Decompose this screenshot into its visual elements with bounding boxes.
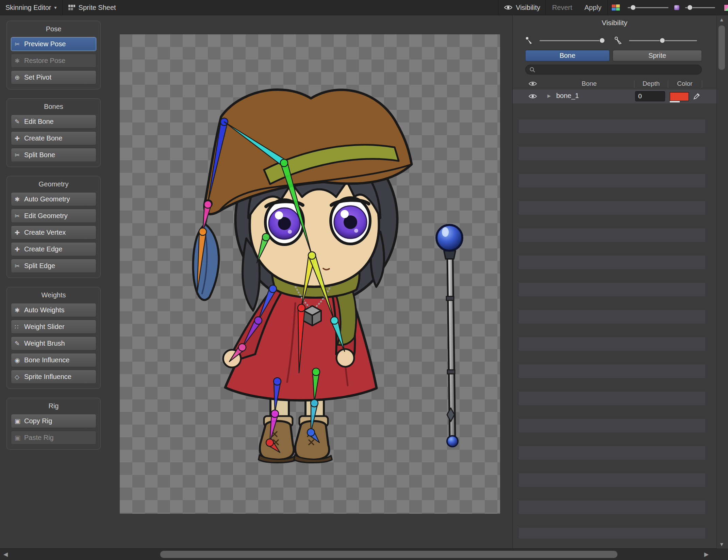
slider-thumb[interactable]: [599, 38, 605, 43]
bone-color-swatch[interactable]: [670, 92, 689, 101]
horizontal-scrollbar[interactable]: ◀ ▶: [0, 548, 728, 560]
search-field[interactable]: [525, 65, 702, 75]
bone-joint-arm-r[interactable]: [331, 317, 338, 324]
scroll-right-arrow-icon[interactable]: ▶: [704, 551, 709, 558]
skinning-editor-dropdown[interactable]: Skinning Editor ▾: [0, 0, 62, 15]
bone-joint-arm-l-2[interactable]: [254, 317, 262, 324]
split-bone-button[interactable]: ✂Split Bone: [11, 148, 96, 162]
button-label: Edit Geometry: [24, 212, 68, 220]
auto-geometry-button[interactable]: ✱Auto Geometry: [11, 192, 96, 206]
bone-joint-torso[interactable]: [298, 304, 305, 312]
create-bone-button[interactable]: ✚Create Bone: [11, 131, 96, 145]
bone-gizmo-leg-r-1[interactable]: [313, 372, 319, 402]
button-label: Split Edge: [24, 262, 55, 270]
restore-pose-button[interactable]: ✱Restore Pose: [11, 54, 96, 68]
revert-button[interactable]: Revert: [546, 0, 578, 15]
bone-display-sliders: [513, 36, 716, 47]
bone-outline-icon: [614, 36, 623, 45]
copy-rig-button[interactable]: ▣Copy Rig: [11, 414, 96, 428]
depth-input[interactable]: [635, 91, 665, 101]
bone-joint-ornament-1[interactable]: [204, 201, 212, 208]
create-vertex-button[interactable]: ✚Create Vertex: [11, 226, 96, 240]
row-visibility-eye-icon[interactable]: [528, 93, 537, 99]
bone-influence-button[interactable]: ◉Bone Influence: [11, 353, 96, 367]
bone-joint-shoulder-l[interactable]: [262, 233, 270, 241]
expand-arrow-icon[interactable]: ▸: [547, 92, 551, 100]
tool-group-weights: Weights✱Auto Weights∷Weight Slider✎Weigh…: [6, 287, 101, 389]
edit-geometry-button[interactable]: ✂Edit Geometry: [11, 209, 96, 223]
bone-joint-leg-l-1[interactable]: [274, 378, 281, 385]
scroll-left-arrow-icon[interactable]: ◀: [3, 551, 8, 558]
bone-gizmo-leg-l-1[interactable]: [274, 381, 281, 413]
overlay-color-icon[interactable]: [674, 5, 680, 11]
tab-sprite[interactable]: Sprite: [613, 50, 702, 61]
preview-pose-button[interactable]: ✂Preview Pose: [11, 37, 96, 51]
tab-bone[interactable]: Bone: [525, 50, 610, 61]
auto-weights-icon: ✱: [15, 307, 24, 314]
visibility-panel: Visibility Bone Sprite Bone Depth Color …: [512, 15, 716, 548]
weight-brush-button[interactable]: ✎Weight Brush: [11, 336, 96, 350]
split-edge-button[interactable]: ✂Split Edge: [11, 259, 96, 273]
group-title-weights: Weights: [11, 291, 96, 299]
weight-slider-button[interactable]: ∷Weight Slider: [11, 320, 96, 334]
bone-joint-arm-l-1[interactable]: [269, 285, 277, 293]
button-label: Set Pivot: [24, 73, 51, 81]
sprite-influence-icon: ◇: [15, 373, 24, 381]
sprite-canvas[interactable]: [120, 34, 500, 514]
search-input[interactable]: [538, 66, 698, 73]
color-swatch-icon[interactable]: [611, 4, 620, 11]
weight-brush-icon: ✎: [15, 340, 24, 347]
table-row-bone-1[interactable]: ▸bone_1: [513, 89, 716, 103]
restore-pose-icon: ✱: [15, 57, 24, 65]
edit-geometry-icon: ✂: [15, 212, 24, 220]
bone-size-slider[interactable]: [540, 40, 604, 41]
edit-bone-button[interactable]: ✎Edit Bone: [11, 115, 96, 129]
bone-gizmo-hat-tip[interactable]: [208, 121, 228, 203]
set-pivot-button[interactable]: ⊕Set Pivot: [11, 70, 96, 84]
sprite-influence-button[interactable]: ◇Sprite Influence: [11, 370, 96, 384]
header-bone: Bone: [567, 80, 611, 87]
eyedropper-icon[interactable]: [693, 93, 700, 100]
bone-joint-leg-l-2[interactable]: [271, 410, 279, 417]
bone-filled-icon: [525, 36, 534, 45]
scroll-up-arrow-icon[interactable]: ▲: [717, 17, 727, 22]
bone-joint-hand-l[interactable]: [238, 344, 246, 351]
button-label: Create Edge: [24, 245, 62, 253]
slider-thumb[interactable]: [660, 38, 665, 43]
zoom-slider[interactable]: [628, 7, 668, 8]
opacity-slider[interactable]: [685, 7, 715, 8]
bone-gizmo-torso[interactable]: [298, 308, 305, 373]
button-label: Bone Influence: [24, 356, 69, 364]
button-label: Split Bone: [24, 151, 55, 159]
create-edge-button[interactable]: ✚Create Edge: [11, 242, 96, 256]
visibility-toggle[interactable]: Visibility: [498, 0, 546, 15]
bone-joint-foot-r[interactable]: [307, 429, 315, 436]
button-label: Paste Rig: [24, 434, 54, 442]
bone-joint-ornament-2[interactable]: [199, 228, 206, 235]
bone-joint-neck[interactable]: [280, 159, 288, 167]
bone-joint-foot-l[interactable]: [266, 439, 274, 446]
slider-thumb[interactable]: [630, 5, 636, 10]
cropped-toolbar-icon[interactable]: [724, 4, 728, 11]
paste-rig-button[interactable]: ▣Paste Rig: [11, 431, 96, 445]
sprite-sheet-button[interactable]: Sprite Sheet: [63, 0, 121, 15]
header-color: Color: [671, 80, 698, 87]
button-label: Create Vertex: [24, 229, 66, 236]
bone-gizmo-head[interactable]: [224, 122, 286, 166]
vertical-scrollbar[interactable]: ▲ ▼: [716, 15, 727, 548]
auto-weights-button[interactable]: ✱Auto Weights: [11, 303, 96, 317]
bone-joint-leg-r-2[interactable]: [311, 399, 318, 407]
auto-geometry-icon: ✱: [15, 196, 24, 203]
bone-joint-leg-r-1[interactable]: [312, 368, 320, 376]
vertical-scrollbar-thumb[interactable]: [718, 26, 725, 70]
horizontal-scrollbar-thumb[interactable]: [160, 551, 617, 558]
apply-button[interactable]: Apply: [578, 0, 608, 15]
slider-thumb[interactable]: [687, 5, 693, 10]
bone-opacity-slider[interactable]: [629, 40, 697, 41]
scrollbar-corner: [716, 548, 728, 560]
bone-gizmo-chest-r[interactable]: [309, 254, 334, 320]
bone-joint-chest-r[interactable]: [308, 252, 316, 259]
scroll-down-arrow-icon[interactable]: ▼: [717, 541, 727, 547]
bone-gizmo-ornament-2[interactable]: [197, 231, 206, 294]
bone-gizmo-neck[interactable]: [281, 162, 312, 256]
